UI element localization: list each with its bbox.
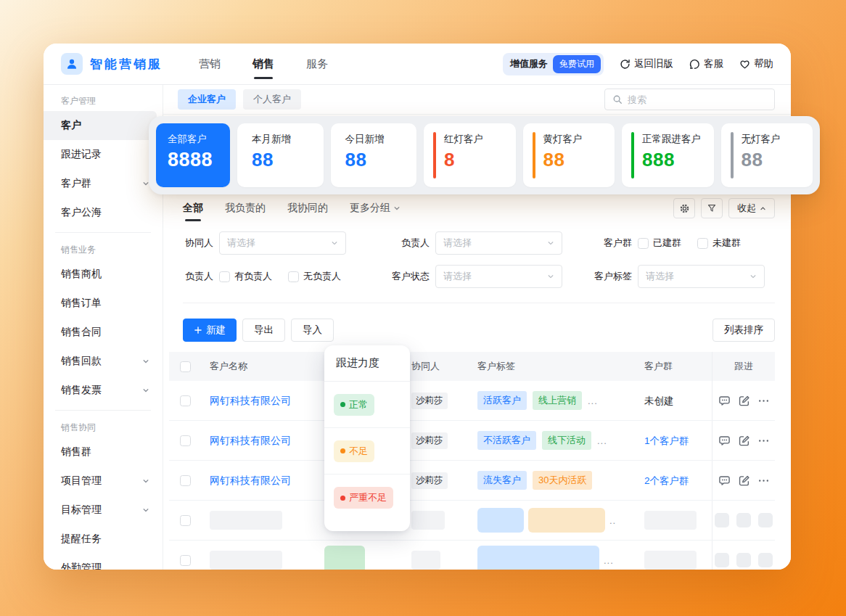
table-row: 网钉科技有限公司 沙莉莎 不活跃客户 线下活动 ... 1个客户群: [169, 421, 775, 461]
customer-name-link[interactable]: 网钉科技有限公司: [210, 395, 291, 406]
nav-tab-service[interactable]: 服务: [306, 44, 328, 85]
free-trial-button[interactable]: 免费试用: [553, 55, 601, 73]
collaborator-select[interactable]: 请选择: [219, 231, 346, 255]
customer-tag-select[interactable]: 请选择: [638, 265, 765, 288]
help-button[interactable]: 帮助: [739, 57, 773, 70]
chevron-down-icon: [393, 205, 401, 212]
row-checkbox[interactable]: [180, 435, 191, 446]
stat-card-yellow-light[interactable]: 黄灯客户 88: [523, 123, 615, 187]
sidebar-item-reminder-tasks[interactable]: 提醒任务: [44, 525, 163, 554]
filter-tab-all[interactable]: 全部: [183, 195, 203, 221]
stat-card-all-customers[interactable]: 全部客户 8888: [156, 123, 230, 187]
sidebar-item-customer-pool[interactable]: 客户公海: [44, 198, 163, 227]
edit-icon[interactable]: [738, 475, 750, 487]
app-logo: [61, 53, 83, 75]
import-button[interactable]: 导入: [291, 319, 334, 342]
sidebar-item-sales-opportunities[interactable]: 销售商机: [44, 260, 163, 289]
customer-status-select[interactable]: 请选择: [435, 265, 562, 288]
headset-icon: [689, 59, 700, 70]
search-input[interactable]: [628, 94, 767, 105]
row-checkbox[interactable]: [180, 515, 191, 526]
sidebar-item-sales-group[interactable]: 销售群: [44, 438, 163, 467]
filter-tab-my-responsible[interactable]: 我负责的: [225, 195, 266, 221]
sidebar-item-customers[interactable]: 客户: [44, 111, 157, 140]
row-checkbox[interactable]: [180, 395, 191, 406]
stats-panel: 全部客户 8888 本月新增 88 今日新增 88 红灯客户 8 黄灯客户 88…: [149, 116, 820, 194]
tab-personal-customers[interactable]: 个人客户: [243, 89, 301, 110]
owner-label: 负责人: [183, 270, 213, 283]
checkbox[interactable]: [288, 271, 299, 282]
edit-icon[interactable]: [738, 395, 750, 407]
filter-row-2: 负责人 有负责人 无负责人 客户状态 请选择: [183, 265, 775, 288]
collapse-button[interactable]: 收起: [728, 198, 775, 218]
more-actions-icon[interactable]: [757, 475, 770, 487]
checkbox-group-created[interactable]: 已建群: [638, 237, 681, 250]
stat-card-normal-followup[interactable]: 正常跟进客户 888: [622, 123, 714, 187]
sidebar-item-goal-mgmt[interactable]: 目标管理: [44, 496, 163, 525]
followup-strength-popup: 跟进力度 正常 不足 严重不足: [324, 345, 410, 531]
nav-tab-marketing[interactable]: 营销: [199, 44, 221, 85]
comment-icon[interactable]: [718, 435, 731, 447]
chevron-down-icon: [142, 477, 149, 485]
checkbox-no-owner[interactable]: 无负责人: [288, 270, 341, 283]
select-all-checkbox[interactable]: [180, 361, 191, 372]
back-to-old-version-button[interactable]: 返回旧版: [620, 57, 673, 70]
checkbox-has-owner[interactable]: 有负责人: [219, 270, 272, 283]
customer-tag: 30天内活跃: [533, 471, 592, 490]
edit-icon[interactable]: [738, 435, 750, 447]
sidebar-item-sales-orders[interactable]: 销售订单: [44, 289, 163, 318]
sidebar-item-field-mgmt[interactable]: 外勤管理: [44, 554, 163, 570]
sidebar-item-sales-payments[interactable]: 销售回款: [44, 347, 163, 376]
checkbox[interactable]: [219, 271, 230, 282]
popup-option-normal[interactable]: 正常: [324, 382, 410, 428]
customer-service-button[interactable]: 客服: [689, 57, 723, 70]
list-sort-button[interactable]: 列表排序: [712, 319, 775, 342]
filter-tab-more-groups[interactable]: 更多分组: [350, 195, 401, 221]
filter-tab-my-collab[interactable]: 我协同的: [287, 195, 328, 221]
create-button[interactable]: 新建: [183, 319, 237, 342]
popup-option-severely-insufficient[interactable]: 严重不足: [324, 475, 410, 521]
customer-group-link[interactable]: 1个客户群: [644, 435, 689, 446]
sidebar-item-sales-invoices[interactable]: 销售发票: [44, 376, 163, 405]
checkbox[interactable]: [638, 238, 649, 249]
collaborator-tag: 沙莉莎: [411, 432, 448, 449]
value-added-service-badge[interactable]: 增值服务 免费试用: [503, 53, 604, 75]
stat-card-red-light[interactable]: 红灯客户 8: [424, 123, 516, 187]
filter-area: 全部 我负责的 我协同的 更多分组: [163, 195, 791, 303]
checkbox-group-not-created[interactable]: 未建群: [697, 237, 741, 250]
sidebar-item-followup-records[interactable]: 跟进记录: [44, 140, 163, 169]
popup-option-insufficient[interactable]: 不足: [324, 428, 410, 475]
owner-select[interactable]: 请选择: [435, 231, 562, 255]
stat-card-no-light[interactable]: 无灯客户 88: [721, 123, 813, 187]
customer-tag: 线下活动: [542, 431, 591, 450]
checkbox[interactable]: [697, 238, 708, 249]
skeleton-block: [644, 551, 697, 570]
status-dot: [340, 402, 345, 407]
settings-button[interactable]: [673, 198, 695, 218]
app-header: 智能营销服 营销 销售 服务 增值服务 免费试用 返回旧版: [44, 44, 791, 85]
row-checkbox[interactable]: [180, 475, 191, 486]
stat-card-new-today[interactable]: 今日新增 88: [331, 123, 417, 187]
nav-tab-sales[interactable]: 销售: [252, 44, 274, 85]
customer-group-link[interactable]: 2个客户群: [644, 475, 689, 486]
chevron-down-icon: [547, 273, 554, 280]
collaborator-label: 协同人: [183, 237, 213, 250]
sidebar-item-project-mgmt[interactable]: 项目管理: [44, 467, 163, 496]
customer-name-link[interactable]: 网钉科技有限公司: [210, 435, 291, 446]
row-checkbox[interactable]: [180, 555, 191, 566]
search-box[interactable]: [604, 89, 775, 110]
skeleton-block: [644, 511, 697, 530]
more-actions-icon[interactable]: [757, 435, 770, 447]
heart-icon: [739, 59, 750, 70]
filter-button[interactable]: [701, 198, 723, 218]
search-icon: [612, 94, 623, 104]
export-button[interactable]: 导出: [242, 319, 285, 342]
more-actions-icon[interactable]: [757, 395, 770, 407]
comment-icon[interactable]: [718, 475, 731, 487]
customer-name-link[interactable]: 网钉科技有限公司: [210, 475, 291, 486]
tab-enterprise-customers[interactable]: 企业客户: [178, 89, 236, 110]
comment-icon[interactable]: [718, 395, 731, 407]
stat-card-new-this-month[interactable]: 本月新增 88: [237, 123, 324, 187]
sidebar-item-sales-contracts[interactable]: 销售合同: [44, 318, 163, 347]
sidebar-item-customer-groups[interactable]: 客户群: [44, 169, 163, 198]
